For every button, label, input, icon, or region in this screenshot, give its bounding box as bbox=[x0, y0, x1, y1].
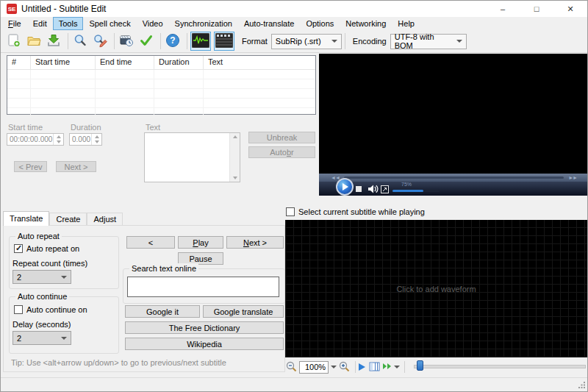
table-row[interactable] bbox=[7, 70, 315, 79]
menu-video[interactable]: Video bbox=[137, 17, 169, 30]
format-select[interactable]: SubRip (.srt) bbox=[271, 34, 342, 49]
spinner-buttons[interactable] bbox=[91, 134, 101, 145]
next-subtitle-button[interactable]: Next > bbox=[56, 161, 96, 172]
video-seek-bar[interactable]: ◄◄ ►► bbox=[319, 174, 588, 182]
menu-tools[interactable]: Tools bbox=[53, 17, 84, 30]
menu-file[interactable]: File bbox=[2, 17, 27, 30]
menu-auto-translate[interactable]: Auto-translate bbox=[238, 17, 300, 30]
start-time-field[interactable]: 00:00:00.000 bbox=[7, 133, 64, 146]
format-label: Format bbox=[242, 37, 268, 46]
toolbar-separator bbox=[355, 361, 356, 373]
duration-field[interactable]: 0.000 bbox=[69, 133, 102, 146]
video-player[interactable]: ◄◄ ►► 75% bbox=[319, 54, 588, 196]
menu-networking[interactable]: Networking bbox=[340, 17, 392, 30]
google-it-button[interactable]: Google it bbox=[125, 305, 200, 318]
playback-speed-button[interactable] bbox=[382, 362, 392, 372]
close-button[interactable]: ✕ bbox=[553, 1, 587, 17]
search-text-input[interactable] bbox=[127, 277, 279, 297]
video-toggle-button[interactable] bbox=[214, 32, 234, 51]
play-button[interactable]: Play bbox=[178, 236, 223, 249]
fast-forward-icon[interactable]: ►► bbox=[568, 174, 577, 182]
save-file-button[interactable] bbox=[45, 32, 62, 50]
checkbox-unchecked-icon[interactable] bbox=[14, 305, 23, 314]
vertical-zoom-button[interactable] bbox=[369, 361, 381, 374]
delay-select[interactable]: 2 bbox=[12, 331, 71, 345]
menu-help[interactable]: Help bbox=[392, 17, 420, 30]
waveform-play-button[interactable] bbox=[359, 363, 365, 371]
video-stop-button[interactable] bbox=[356, 186, 362, 192]
subtitle-list[interactable]: # Start time End time Duration Text bbox=[7, 55, 316, 115]
free-dictionary-button[interactable]: The Free Dictionary bbox=[125, 321, 284, 334]
maximize-button[interactable]: □ bbox=[520, 1, 553, 17]
zoom-dropdown-arrow[interactable] bbox=[330, 366, 337, 368]
checkbox-checked-icon[interactable] bbox=[14, 244, 23, 253]
tab-strip: Translate Create Adjust bbox=[3, 211, 123, 225]
table-row[interactable] bbox=[7, 99, 315, 108]
volume-speaker-icon[interactable] bbox=[368, 185, 379, 195]
back-button[interactable]: < bbox=[126, 236, 175, 249]
encoding-select[interactable]: UTF-8 with BOM bbox=[390, 34, 467, 49]
scroll-down-icon bbox=[233, 177, 237, 179]
encoding-label: Encoding bbox=[353, 37, 387, 46]
select-current-subtitle-checkbox[interactable]: Select current subtitle while playing bbox=[286, 207, 425, 216]
start-time-label: Start time bbox=[8, 123, 43, 132]
resize-grip-icon[interactable] bbox=[578, 382, 586, 391]
column-header-start-time[interactable]: Start time bbox=[31, 56, 96, 69]
seek-groove[interactable] bbox=[344, 177, 564, 179]
minimize-button[interactable]: – bbox=[486, 1, 520, 17]
speed-dropdown-arrow[interactable] bbox=[394, 366, 400, 368]
title-bar: SE Untitled - Subtitle Edit – □ ✕ bbox=[1, 1, 587, 17]
tab-translate[interactable]: Translate bbox=[3, 211, 49, 226]
wikipedia-button[interactable]: Wikipedia bbox=[125, 338, 284, 350]
auto-repeat-checkbox[interactable]: Auto repeat on bbox=[14, 244, 79, 253]
subtitle-text-area[interactable] bbox=[144, 132, 240, 182]
waveform-area[interactable]: Click to add waveform bbox=[285, 220, 587, 357]
table-row[interactable] bbox=[7, 89, 315, 99]
table-row[interactable] bbox=[7, 79, 315, 89]
open-folder-icon bbox=[26, 33, 41, 49]
columns-icon bbox=[369, 361, 381, 374]
waveform-zoom-select[interactable]: 100% bbox=[299, 361, 329, 374]
volume-slider[interactable]: 75% bbox=[392, 182, 444, 196]
next-button[interactable]: Next > bbox=[226, 236, 284, 249]
toolbar-separator bbox=[68, 33, 68, 49]
menu-synchronization[interactable]: Synchronization bbox=[169, 17, 238, 30]
column-header-text[interactable]: Text bbox=[204, 56, 315, 69]
spinner-buttons[interactable] bbox=[53, 134, 63, 145]
auto-continue-checkbox[interactable]: Auto continue on bbox=[14, 305, 87, 314]
tab-adjust[interactable]: Adjust bbox=[87, 213, 123, 225]
menu-spell-check[interactable]: Spell check bbox=[83, 17, 136, 30]
find-button[interactable] bbox=[71, 32, 89, 50]
column-header-number[interactable]: # bbox=[7, 56, 31, 69]
repeat-count-select[interactable]: 2 bbox=[12, 270, 71, 284]
search-group-title: Search text online bbox=[129, 263, 198, 274]
unbreak-button[interactable]: Unbreak bbox=[248, 132, 315, 143]
tab-create[interactable]: Create bbox=[49, 213, 87, 225]
new-file-button[interactable] bbox=[5, 32, 23, 50]
spell-check-button[interactable] bbox=[137, 32, 155, 50]
prev-subtitle-button[interactable]: < Prev bbox=[14, 161, 47, 172]
zoom-in-button[interactable] bbox=[338, 360, 351, 374]
column-header-end-time[interactable]: End time bbox=[96, 56, 154, 69]
waveform-placeholder-text: Click to add waveform bbox=[396, 285, 476, 293]
auto-br-button[interactable]: Auto br bbox=[248, 146, 315, 158]
translate-tab-page: Auto repeat Auto repeat on Repeat count … bbox=[3, 225, 285, 372]
menu-options[interactable]: Options bbox=[300, 17, 340, 30]
help-button[interactable]: ? bbox=[164, 32, 182, 50]
google-translate-button[interactable]: Google translate bbox=[203, 305, 284, 318]
open-file-button[interactable] bbox=[25, 32, 43, 50]
waveform-toggle-button[interactable] bbox=[190, 32, 211, 51]
waveform-position-slider[interactable] bbox=[414, 365, 586, 368]
column-header-duration[interactable]: Duration bbox=[154, 56, 204, 69]
replace-button[interactable] bbox=[91, 32, 109, 50]
video-play-button[interactable] bbox=[336, 178, 354, 196]
text-scrollbar[interactable] bbox=[229, 133, 240, 182]
slider-thumb[interactable] bbox=[417, 360, 423, 371]
fullscreen-icon[interactable] bbox=[381, 185, 389, 195]
zoom-out-button[interactable] bbox=[285, 360, 298, 374]
fix-common-errors-button[interactable] bbox=[118, 32, 135, 50]
checkbox-unchecked-icon[interactable] bbox=[286, 207, 295, 216]
table-row[interactable] bbox=[7, 108, 315, 118]
menu-bar: File Edit Tools Spell check Video Synchr… bbox=[1, 17, 588, 30]
menu-edit[interactable]: Edit bbox=[27, 17, 53, 30]
